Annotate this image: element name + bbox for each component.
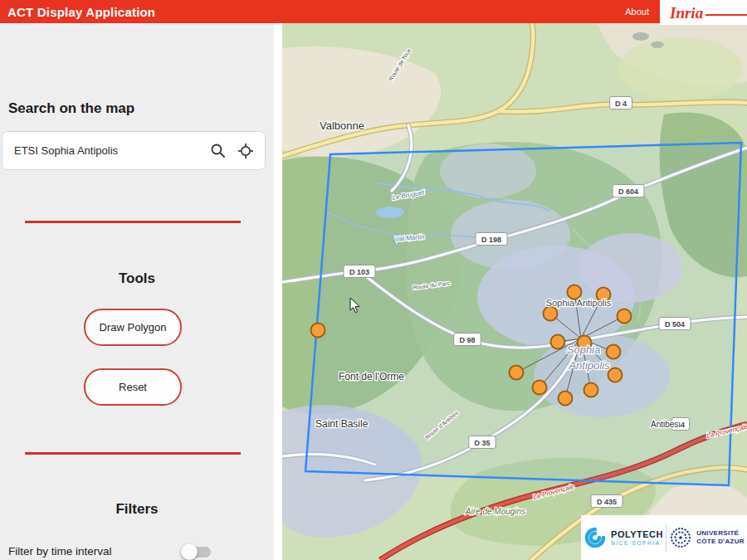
- poi-marker[interactable]: [559, 392, 573, 406]
- app-window: ACT Display Application About Inria Sear…: [0, 0, 747, 560]
- app-title: ACT Display Application: [7, 5, 155, 19]
- uca-line2: CÔTE D'AZUR: [696, 538, 745, 546]
- svg-text:D 98: D 98: [459, 336, 475, 344]
- poi-marker[interactable]: [533, 381, 547, 395]
- polytech-name: POLYTECH: [611, 529, 663, 540]
- tools-heading: Tools: [0, 270, 274, 287]
- poi-marker[interactable]: [607, 345, 621, 359]
- sidebar: Search on the map Tools Draw Polygon Res…: [0, 23, 274, 560]
- app-header: ACT Display Application About: [0, 0, 747, 23]
- road-shield: D 198: [476, 233, 507, 246]
- map-label: Aire de Mougins: [465, 507, 525, 516]
- map-search-input[interactable]: [2, 144, 203, 157]
- search-heading: Search on the map: [8, 100, 134, 117]
- inria-logo[interactable]: Inria: [660, 0, 747, 25]
- poi-marker[interactable]: [311, 324, 325, 338]
- map-label: Sophia Antipolis: [546, 298, 612, 308]
- polytech-subtitle: NICE SOPHIA: [611, 540, 663, 546]
- about-link[interactable]: About: [625, 7, 649, 17]
- poi-marker[interactable]: [618, 309, 632, 324]
- poi-marker[interactable]: [568, 285, 582, 299]
- road-shield: D 35: [469, 436, 496, 449]
- drawn-polygon[interactable]: [305, 143, 741, 485]
- poi-marker[interactable]: [551, 335, 565, 349]
- draw-polygon-button[interactable]: Draw Polygon: [84, 309, 182, 346]
- poi-marker[interactable]: [510, 366, 524, 380]
- map-area[interactable]: D 4D 604D 198D 103D 504D 98D 35D 43544 V…: [282, 23, 747, 560]
- map-label: Font de l'Orme: [339, 371, 404, 382]
- map-label: Valbonne: [320, 119, 364, 132]
- divider: [25, 221, 241, 223]
- uca-line1: UNIVERSITÉ: [696, 529, 745, 538]
- polytech-spiral-icon: [583, 526, 607, 549]
- svg-text:D 103: D 103: [349, 268, 369, 276]
- road-shield: D 504: [659, 318, 691, 330]
- toggle-knob: [181, 543, 198, 560]
- search-icon[interactable]: [203, 137, 232, 165]
- divider: [25, 452, 241, 455]
- map-canvas[interactable]: D 4D 604D 198D 103D 504D 98D 35D 43544 V…: [282, 23, 747, 560]
- svg-text:D 35: D 35: [474, 439, 490, 447]
- poi-marker[interactable]: [608, 368, 622, 382]
- search-box: [2, 131, 266, 170]
- time-filter-row: Filter by time interval: [8, 542, 269, 560]
- inria-logo-line: [706, 14, 747, 16]
- road-shield: D 98: [454, 334, 481, 346]
- svg-text:D 604: D 604: [618, 187, 638, 196]
- map-label: Antibes: [651, 420, 678, 429]
- road-shield: D 604: [613, 185, 644, 197]
- map-label: Sophia: [567, 343, 600, 356]
- logo-separator: [666, 523, 666, 552]
- svg-text:D 198: D 198: [481, 236, 501, 244]
- poi-marker[interactable]: [544, 307, 558, 321]
- time-filter-toggle[interactable]: [181, 542, 214, 560]
- poi-marker[interactable]: [584, 383, 598, 397]
- reset-button[interactable]: Reset: [84, 368, 182, 406]
- svg-text:D 504: D 504: [665, 320, 685, 329]
- svg-text:D 4: D 4: [615, 100, 627, 108]
- inria-logo-text: Inria: [670, 5, 703, 21]
- map-label: Saint Basile: [315, 418, 369, 430]
- svg-text:D 435: D 435: [597, 498, 617, 506]
- time-filter-label: Filter by time interval: [8, 545, 112, 558]
- road-shield: D 435: [591, 495, 622, 508]
- road-shield: D 4: [610, 97, 632, 110]
- uca-dotted-globe-icon: [669, 526, 692, 549]
- map-label: Antipolis: [568, 359, 610, 372]
- locate-icon[interactable]: [232, 137, 260, 165]
- filters-heading: Filters: [0, 501, 274, 518]
- road-shield: D 103: [344, 265, 375, 278]
- polytech-logo: POLYTECH NICE SOPHIA: [583, 526, 663, 549]
- uca-logo: UNIVERSITÉ CÔTE D'AZUR: [669, 526, 745, 549]
- partner-logos: POLYTECH NICE SOPHIA UNIVERSITÉ CÔTE D'A…: [581, 515, 747, 560]
